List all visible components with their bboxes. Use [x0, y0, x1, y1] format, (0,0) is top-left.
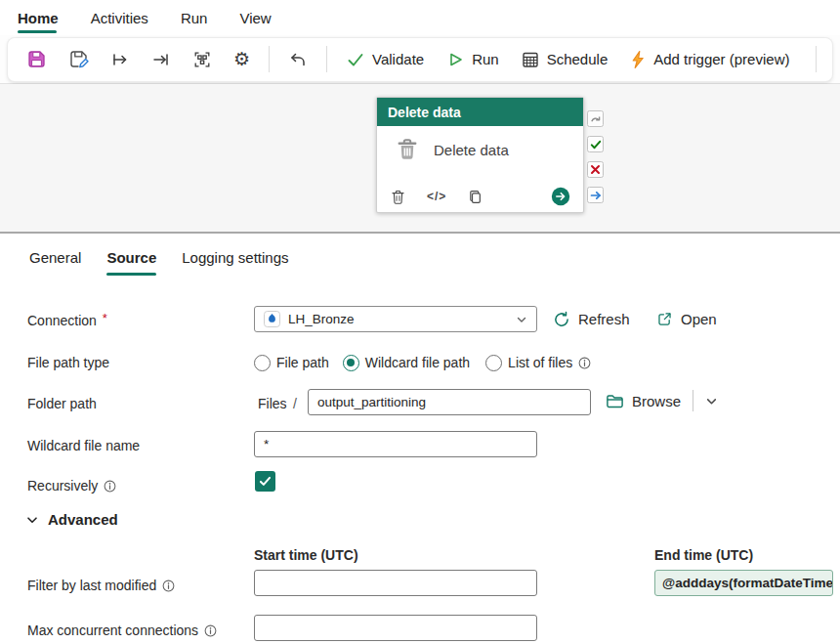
browse-chevron-down-icon[interactable] — [705, 395, 718, 408]
folder-icon — [606, 393, 624, 409]
save-as-button[interactable] — [60, 43, 98, 76]
save-button[interactable] — [18, 43, 56, 76]
split-button-divider — [693, 390, 693, 411]
advanced-section-toggle[interactable]: Advanced — [25, 511, 118, 528]
on-fail-connector-icon[interactable] — [587, 161, 604, 178]
filter-by-last-modified-label-text: Filter by last modified — [27, 578, 156, 593]
tab-source[interactable]: Source — [106, 249, 156, 276]
activity-card-header[interactable]: Delete data — [377, 98, 583, 126]
undo-icon — [288, 50, 308, 69]
tab-general[interactable]: General — [29, 249, 81, 276]
activity-title: Delete data — [388, 105, 461, 120]
connection-dropdown[interactable]: LH_Bronze — [254, 306, 537, 332]
ribbon-strip: ⚙ Validate Run — [0, 35, 840, 84]
undo-button[interactable] — [279, 43, 316, 76]
refresh-icon — [553, 311, 570, 328]
wildcard-file-name-label: Wildcard file name — [27, 438, 140, 453]
add-trigger-label: Add trigger (preview) — [653, 51, 789, 67]
refresh-button[interactable]: Refresh — [553, 306, 630, 332]
delete-data-activity-card[interactable]: Delete data Delete data </> — [376, 97, 584, 213]
toolbar-separator — [326, 46, 327, 72]
max-concurrent-connections-input[interactable] — [254, 615, 537, 641]
connection-label-text: Connection — [27, 313, 97, 328]
properties-tabs: General Source Logging settings — [29, 249, 288, 276]
toolbar-separator — [816, 46, 817, 72]
copy-icon[interactable] — [467, 189, 483, 205]
tab-logging-settings-label: Logging settings — [182, 249, 288, 266]
radio-option-list-of-files[interactable]: List of files — [485, 355, 591, 371]
info-icon — [578, 357, 591, 369]
chevron-down-icon — [516, 314, 527, 325]
menu-tab-view[interactable]: View — [239, 0, 271, 35]
advanced-label: Advanced — [48, 511, 118, 528]
recursively-label: Recursively — [27, 478, 116, 494]
arrow-to-bar-button[interactable] — [143, 43, 180, 76]
tab-logging-settings[interactable]: Logging settings — [182, 249, 288, 276]
on-completion-connector-icon[interactable] — [587, 187, 604, 203]
toolbar-separator — [269, 46, 270, 72]
maps-to-arrow-button[interactable] — [102, 43, 139, 76]
code-glyph-text: </> — [427, 190, 446, 203]
pipeline-editor-window: Home Activities Run View — [0, 0, 840, 644]
on-skip-connector-icon[interactable] — [587, 110, 604, 127]
menubar: Home Activities Run View — [0, 0, 840, 35]
max-concurrent-connections-label-text: Max concurrent connections — [27, 623, 198, 638]
lakehouse-icon — [264, 311, 280, 327]
pipeline-canvas[interactable]: Delete data Delete data </> — [0, 84, 840, 234]
arrow-right-bar-icon — [151, 50, 171, 69]
browse-label[interactable]: Browse — [632, 393, 681, 409]
calendar-icon — [521, 50, 540, 69]
validate-button[interactable]: Validate — [337, 43, 433, 76]
tab-source-label: Source — [106, 249, 156, 266]
code-icon[interactable]: </> — [427, 190, 446, 203]
end-time-expression-input[interactable]: @adddays(formatDateTime(utcNow(... — [654, 570, 833, 596]
active-menu-underline — [18, 30, 57, 33]
schedule-label: Schedule — [547, 51, 609, 67]
end-time-expression-text: @adddays(formatDateTime(utcNow(... — [662, 576, 833, 590]
snippet-grid-icon — [192, 50, 212, 69]
radio-option-file-path[interactable]: File path — [254, 355, 329, 371]
folder-path-label: Folder path — [27, 396, 97, 411]
recursively-checkbox[interactable] — [255, 471, 275, 492]
properties-panel: General Source Logging settings Connecti… — [0, 236, 840, 644]
file-path-type-label: File path type — [27, 355, 109, 370]
radio-icon — [254, 355, 271, 371]
start-time-input[interactable] — [254, 570, 537, 596]
chevron-down-icon — [25, 513, 39, 527]
connection-label: Connection * — [27, 313, 107, 328]
file-path-type-radio-group: File path Wildcard file path List of fil… — [254, 350, 591, 375]
on-success-connector-icon[interactable] — [587, 136, 604, 152]
filter-by-last-modified-label: Filter by last modified — [27, 578, 175, 593]
recursively-label-text: Recursively — [27, 478, 98, 494]
menu-tab-run[interactable]: Run — [181, 0, 208, 35]
radio-label: List of files — [508, 355, 572, 370]
menu-tab-home[interactable]: Home — [18, 0, 59, 35]
radio-option-wildcard-file-path[interactable]: Wildcard file path — [343, 355, 470, 371]
add-trigger-button[interactable]: Add trigger (preview) — [620, 43, 798, 76]
radio-label: File path — [276, 355, 329, 370]
end-time-header: End time (UTC) — [654, 547, 753, 563]
info-icon — [162, 580, 175, 592]
run-play-icon — [445, 50, 465, 69]
info-icon — [104, 480, 116, 493]
toolbar: ⚙ Validate Run — [8, 38, 832, 81]
schedule-button[interactable]: Schedule — [512, 43, 617, 76]
trash-icon — [395, 137, 420, 162]
open-connection-button[interactable]: Open — [656, 306, 717, 332]
wildcard-file-name-input[interactable] — [254, 431, 537, 457]
start-time-header: Start time (UTC) — [254, 547, 358, 563]
save-as-pencil-icon — [68, 49, 89, 69]
delete-activity-icon[interactable] — [390, 189, 406, 205]
folder-path-label-text: Folder path — [27, 396, 97, 411]
folder-path-root: Files — [258, 396, 287, 411]
folder-path-input[interactable] — [308, 389, 591, 415]
validate-check-icon — [346, 50, 365, 69]
next-activity-connector-icon[interactable] — [551, 187, 570, 206]
info-icon — [204, 624, 217, 637]
open-label: Open — [681, 311, 717, 327]
run-button[interactable]: Run — [437, 43, 508, 76]
settings-button[interactable]: ⚙ — [225, 43, 259, 76]
snippet-grid-button[interactable] — [184, 43, 221, 76]
menu-tab-home-label: Home — [18, 10, 59, 26]
menu-tab-activities[interactable]: Activities — [91, 0, 148, 35]
